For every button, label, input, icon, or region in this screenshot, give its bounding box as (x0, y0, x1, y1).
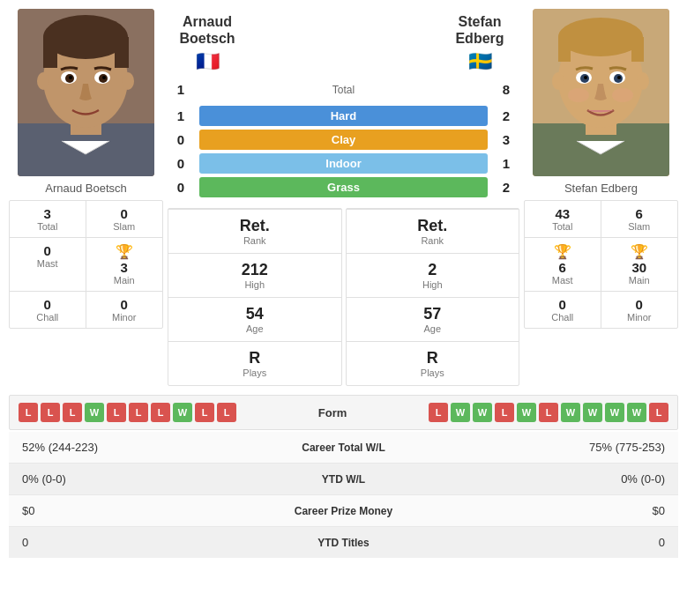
total-row: 1 Total 8 (168, 82, 519, 97)
center-stats-grid: Ret. Rank 212 High 54 Age (168, 208, 519, 386)
total-label: Total (194, 84, 493, 96)
surface-row-indoor: 0 Indoor 1 (168, 153, 519, 174)
flag-right: 🇸🇪 (440, 50, 519, 73)
svg-rect-5 (43, 37, 57, 68)
form-badge-left-7: L (151, 403, 170, 422)
ytd-wl-left: 0% (0-0) (9, 464, 243, 495)
player-photo-right (533, 9, 669, 176)
svg-point-12 (102, 76, 106, 79)
left-stat-main: 🏆 3 Main (86, 238, 163, 292)
left-stat-minor: 0 Minor (86, 292, 163, 328)
form-badge-left-3: L (63, 403, 82, 422)
form-badge-left-4: W (85, 403, 104, 422)
prize-left: $0 (9, 495, 243, 527)
trophy-icon-right-mast: 🏆 (526, 243, 599, 260)
stats-table: 52% (244-223) Career Total W/L 75% (775-… (9, 432, 678, 558)
right-plays-row: R Plays (347, 341, 519, 385)
hard-badge: Hard (199, 106, 488, 126)
form-section: L L L W L L L W L L Form L W W L W L W W (9, 395, 678, 430)
indoor-badge: Indoor (199, 153, 488, 174)
player-left: Arnaud Boetsch 3 Total 0 Slam 0 Mast (9, 9, 163, 386)
form-badge-right-6: L (539, 403, 558, 422)
center-right-name: StefanEdberg 🇸🇪 (440, 13, 519, 77)
total-right: 8 (493, 82, 519, 97)
right-high-row: 2 High (347, 253, 519, 297)
form-badges-left: L L L W L L L W L L (19, 403, 236, 422)
career-wl-label: Career Total W/L (243, 432, 444, 464)
form-badge-right-9: W (605, 403, 624, 422)
svg-rect-21 (631, 37, 644, 62)
svg-point-19 (558, 18, 643, 56)
right-stat-total: 43 Total (525, 201, 601, 238)
form-badge-right-5: W (517, 403, 536, 422)
career-wl-right: 75% (775-253) (444, 432, 678, 464)
right-stat-chall: 0 Chall (525, 292, 601, 328)
center-left-name: ArnaudBoetsch 🇫🇷 (168, 13, 247, 77)
ytd-titles-right: 0 (444, 527, 678, 559)
ytd-titles-label: YTD Titles (243, 527, 444, 559)
hard-right: 2 (493, 108, 519, 123)
player-photo-left (18, 9, 154, 176)
center-stats-right: Ret. Rank 2 High 57 Age (346, 208, 520, 386)
right-rank-row: Ret. Rank (347, 209, 519, 253)
grass-right: 2 (493, 180, 519, 195)
left-stat-slam: 0 Slam (86, 201, 163, 238)
right-stat-main: 🏆 30 Main (601, 238, 678, 292)
left-high-row: 212 High (168, 253, 341, 297)
stats-row-ytd-titles: 0 YTD Titles 0 (9, 527, 678, 559)
left-stat-chall: 0 Chall (10, 292, 86, 328)
form-badge-left-9: L (195, 403, 214, 422)
form-badge-left-8: W (173, 403, 192, 422)
main-container: Arnaud Boetsch 3 Total 0 Slam 0 Mast (0, 0, 687, 567)
left-rank-row: Ret. Rank (168, 209, 341, 253)
svg-rect-20 (558, 37, 571, 62)
grass-left: 0 (168, 180, 194, 195)
surface-row-clay: 0 Clay 3 (168, 130, 519, 150)
form-badge-right-4: L (495, 403, 514, 422)
form-badge-left-5: L (107, 403, 126, 422)
form-badge-right-3: W (473, 403, 492, 422)
form-badges-right: L W W L W L W W W W L (429, 403, 668, 422)
flag-left: 🇫🇷 (168, 50, 247, 73)
svg-point-11 (69, 76, 72, 79)
form-label: Form (236, 406, 429, 419)
right-stat-slam: 6 Slam (601, 201, 678, 238)
grass-badge: Grass (199, 177, 488, 197)
stats-row-prize: $0 Career Prize Money $0 (9, 495, 678, 527)
clay-left: 0 (168, 132, 194, 147)
form-row: L L L W L L L W L L Form L W W L W L W W (10, 396, 677, 429)
trophy-icon-left-main: 🏆 (88, 243, 161, 260)
left-stat-total: 3 Total (10, 201, 86, 238)
svg-point-26 (584, 76, 587, 79)
center-panel: ArnaudBoetsch 🇫🇷 StefanEdberg 🇸🇪 1 Total… (163, 9, 524, 386)
left-age-row: 54 Age (168, 297, 341, 341)
left-stat-mast: 0 Mast (10, 238, 86, 292)
indoor-left: 0 (168, 156, 194, 171)
right-stat-mast: 🏆 6 Mast (525, 238, 601, 292)
svg-point-31 (612, 88, 633, 102)
svg-point-13 (37, 72, 49, 90)
svg-point-14 (122, 72, 134, 90)
form-badge-right-7: W (561, 403, 580, 422)
ytd-wl-right: 0% (0-0) (444, 464, 678, 495)
svg-point-28 (552, 72, 564, 90)
surface-row-hard: 1 Hard 2 (168, 106, 519, 126)
hard-left: 1 (168, 108, 194, 123)
form-badge-left-2: L (41, 403, 60, 422)
form-badge-right-10: W (627, 403, 646, 422)
form-badge-left-6: L (129, 403, 148, 422)
header-names-row: ArnaudBoetsch 🇫🇷 StefanEdberg 🇸🇪 (168, 9, 519, 77)
svg-point-29 (637, 72, 649, 90)
total-left: 1 (168, 82, 194, 97)
svg-rect-6 (115, 37, 129, 68)
player-name-right: Stefan Edberg (564, 182, 638, 195)
career-wl-left: 52% (244-223) (9, 432, 243, 464)
player-name-left: Arnaud Boetsch (45, 182, 127, 195)
indoor-right: 1 (493, 156, 519, 171)
player-right: Stefan Edberg 43 Total 6 Slam 🏆 6 Mast 🏆 (524, 9, 678, 386)
ytd-titles-left: 0 (9, 527, 243, 559)
center-stats-left: Ret. Rank 212 High 54 Age (168, 208, 342, 386)
left-plays-row: R Plays (168, 341, 341, 385)
stats-row-ytd-wl: 0% (0-0) YTD W/L 0% (0-0) (9, 464, 678, 495)
prize-label: Career Prize Money (243, 495, 444, 527)
